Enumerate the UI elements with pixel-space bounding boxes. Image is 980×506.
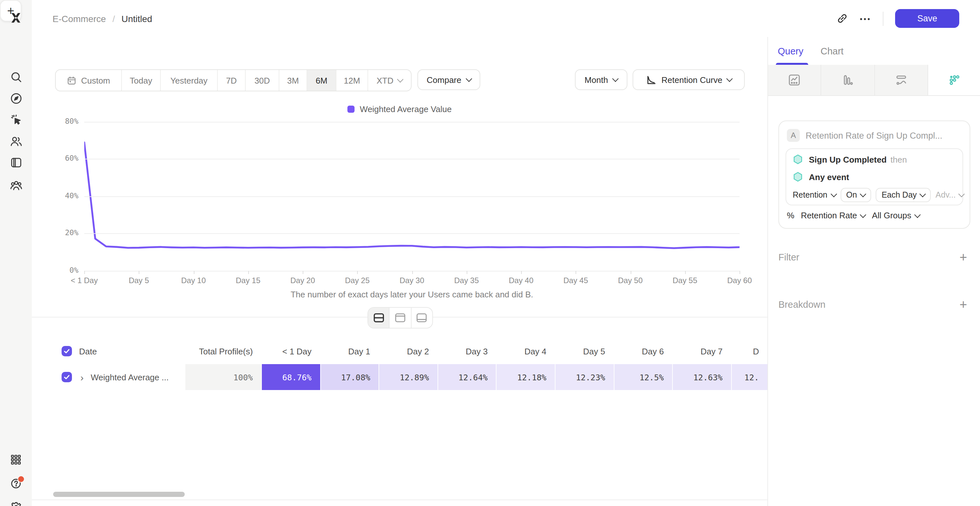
layout-split-icon bbox=[373, 313, 384, 323]
chart-type-dropdown[interactable]: Retention Curve bbox=[633, 69, 745, 90]
top-header: E-Commerce / Untitled ••• Save bbox=[32, 0, 980, 38]
notification-dot bbox=[18, 476, 25, 483]
range-button-7d[interactable]: 7D bbox=[218, 70, 246, 91]
x-axis-tick bbox=[139, 271, 140, 274]
advanced-dropdown[interactable]: Adv... bbox=[935, 190, 964, 199]
breakdown-label: Breakdown bbox=[778, 299, 826, 310]
gridline bbox=[84, 122, 740, 122]
range-button-3m[interactable]: 3M bbox=[279, 70, 307, 91]
mixpanel-logo-icon[interactable] bbox=[0, 9, 32, 26]
event-a-row[interactable]: Sign Up Completed then bbox=[786, 151, 963, 168]
insights-icon[interactable] bbox=[768, 65, 821, 95]
granularity-dropdown[interactable]: Month bbox=[575, 69, 627, 90]
help-icon[interactable] bbox=[0, 474, 32, 493]
event-b-row[interactable]: Any event bbox=[786, 168, 963, 186]
range-button-6m[interactable]: 6M bbox=[307, 70, 336, 91]
range-button-today[interactable]: Today bbox=[122, 70, 161, 91]
step-badge: A bbox=[787, 129, 800, 142]
table-cell[interactable]: 17.08% bbox=[320, 364, 379, 390]
event-a-name: Sign Up Completed bbox=[809, 155, 887, 165]
range-button-xtd[interactable]: XTD bbox=[368, 70, 411, 91]
breakdown-section: Breakdown + bbox=[778, 298, 967, 311]
compare-button[interactable]: Compare bbox=[417, 69, 480, 90]
x-axis-label: Day 25 bbox=[331, 276, 383, 285]
settings-gear-icon[interactable] bbox=[0, 498, 32, 506]
event-a-suffix: then bbox=[891, 155, 907, 165]
retention-type-dropdown[interactable]: Retention bbox=[793, 190, 836, 199]
x-axis-tick bbox=[84, 271, 85, 274]
date-range-group: CustomTodayYesterday7D30D3M6M12MXTD bbox=[55, 69, 412, 91]
range-button-yesterday[interactable]: Yesterday bbox=[161, 70, 218, 91]
row-expander-icon[interactable]: › bbox=[80, 372, 84, 382]
retention-icon[interactable] bbox=[928, 65, 980, 95]
table-cell[interactable]: 12.5% bbox=[614, 364, 672, 390]
row-checkbox[interactable] bbox=[62, 372, 72, 382]
filter-section: Filter + bbox=[778, 251, 967, 264]
more-menu-icon[interactable]: ••• bbox=[860, 14, 871, 22]
cursor-click-icon[interactable] bbox=[0, 110, 32, 130]
apps-grid-icon[interactable] bbox=[0, 450, 32, 469]
gridline bbox=[84, 196, 740, 197]
add-filter-button[interactable]: + bbox=[959, 251, 967, 264]
flows-icon[interactable] bbox=[875, 65, 928, 95]
line-series bbox=[84, 117, 740, 271]
y-axis-label: 40% bbox=[40, 191, 78, 200]
board-icon[interactable] bbox=[0, 153, 32, 172]
layout-chart-only-icon bbox=[395, 313, 406, 323]
table-cell[interactable]: 100% bbox=[185, 364, 261, 390]
event-b-name: Any event bbox=[809, 172, 849, 182]
x-axis-label: Day 60 bbox=[714, 276, 765, 285]
filter-label: Filter bbox=[778, 252, 799, 262]
check-icon bbox=[64, 348, 70, 354]
table-cell[interactable]: 12. bbox=[731, 364, 767, 390]
x-axis-tick bbox=[521, 271, 522, 274]
table-cell[interactable]: 68.76% bbox=[261, 364, 320, 390]
layout-table-only-button[interactable] bbox=[411, 308, 432, 328]
table-cell[interactable]: 12.23% bbox=[555, 364, 614, 390]
layout-table-only-icon bbox=[417, 313, 428, 323]
column-header-day-7: Day 7 bbox=[672, 338, 731, 364]
cohorts-icon[interactable] bbox=[0, 176, 32, 195]
bottom-divider bbox=[32, 500, 767, 500]
x-axis-label: Day 10 bbox=[167, 276, 220, 285]
compass-icon[interactable] bbox=[0, 89, 32, 108]
report-type-group bbox=[768, 65, 980, 96]
layout-split-button[interactable] bbox=[368, 308, 390, 328]
tab-query[interactable]: Query bbox=[778, 37, 803, 65]
compare-label: Compare bbox=[427, 75, 461, 84]
table-cell[interactable]: 12.89% bbox=[379, 364, 438, 390]
horizontal-scrollbar-thumb[interactable] bbox=[53, 492, 185, 497]
select-all-checkbox[interactable] bbox=[62, 346, 72, 356]
column-header-day-4: Day 4 bbox=[496, 338, 555, 364]
breadcrumb-report-name[interactable]: Untitled bbox=[121, 13, 152, 24]
groups-dropdown[interactable]: All Groups bbox=[872, 211, 920, 220]
column-header-day-5: Day 5 bbox=[555, 338, 614, 364]
tab-chart[interactable]: Chart bbox=[821, 37, 843, 65]
range-button-30d[interactable]: 30D bbox=[246, 70, 279, 91]
x-axis-label: Day 30 bbox=[386, 276, 438, 285]
x-axis-label: Day 50 bbox=[605, 276, 656, 285]
copy-link-icon[interactable] bbox=[836, 12, 848, 25]
on-dropdown[interactable]: On bbox=[840, 187, 871, 202]
calendar-icon bbox=[67, 76, 76, 85]
funnels-icon[interactable] bbox=[821, 65, 875, 95]
table-cell[interactable]: 12.63% bbox=[672, 364, 731, 390]
column-header-total-profiles: Total Profile(s) bbox=[185, 338, 261, 364]
legend-label: Weighted Average Value bbox=[360, 104, 452, 114]
range-button-custom[interactable]: Custom bbox=[56, 70, 122, 91]
search-icon[interactable] bbox=[0, 67, 32, 87]
table-cell[interactable]: 12.64% bbox=[438, 364, 496, 390]
breadcrumb-project[interactable]: E-Commerce bbox=[52, 13, 106, 24]
add-breakdown-button[interactable]: + bbox=[959, 298, 967, 311]
metric-dropdown[interactable]: Retention Rate bbox=[801, 211, 865, 220]
layout-toggle-group bbox=[368, 307, 433, 328]
chart-legend[interactable]: Weighted Average Value bbox=[32, 104, 767, 114]
step-title[interactable]: Retention Rate of Sign Up Compl... bbox=[806, 130, 942, 140]
table-cell[interactable]: 12.18% bbox=[496, 364, 555, 390]
event-selector-card: Sign Up Completed then Any event Retenti… bbox=[786, 148, 963, 205]
save-button[interactable]: Save bbox=[895, 9, 959, 28]
range-button-12m[interactable]: 12M bbox=[336, 70, 368, 91]
each-day-dropdown[interactable]: Each Day bbox=[876, 187, 931, 202]
users-icon[interactable] bbox=[0, 132, 32, 151]
layout-chart-only-button[interactable] bbox=[390, 308, 412, 328]
